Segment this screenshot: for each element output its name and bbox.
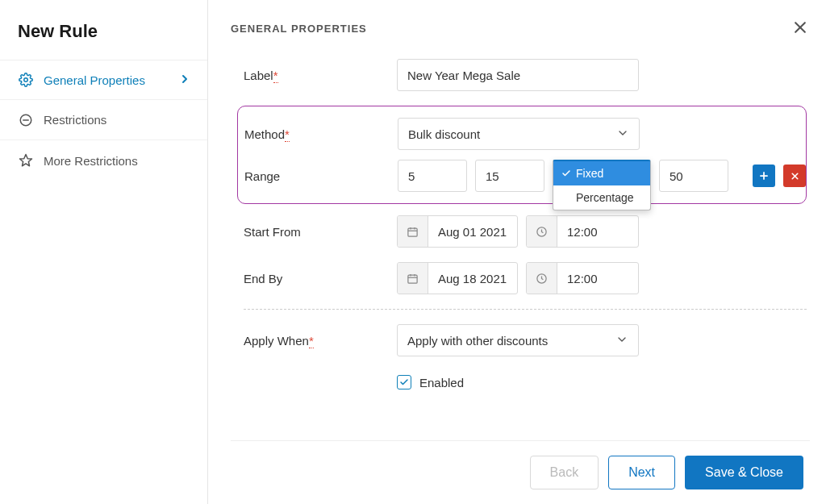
- label-method: Method*: [244, 127, 398, 141]
- enabled-checkbox[interactable]: [397, 375, 411, 389]
- save-close-button[interactable]: Save & Close: [685, 456, 803, 489]
- next-button[interactable]: Next: [608, 456, 675, 489]
- chevron-down-icon: [616, 127, 629, 142]
- row-label: Label*: [244, 59, 807, 91]
- sidebar-item-general-properties[interactable]: General Properties: [0, 60, 207, 100]
- check-icon: [561, 169, 573, 178]
- range-delete-button[interactable]: [783, 165, 806, 187]
- range-type-dropdown: Fixed Percentage: [553, 160, 651, 210]
- section-title: GENERAL PROPERTIES: [231, 23, 810, 35]
- label-apply-when: Apply When*: [244, 334, 397, 348]
- svg-point-0: [24, 78, 28, 82]
- end-date-value: Aug 18 2021: [428, 272, 516, 285]
- clock-icon: [527, 263, 557, 294]
- label-start-from: Start From: [244, 225, 397, 239]
- row-enabled: Enabled: [244, 366, 807, 398]
- calendar-icon: [398, 216, 428, 247]
- end-date-input[interactable]: Aug 18 2021: [397, 262, 518, 294]
- sidebar-item-label: General Properties: [44, 73, 145, 87]
- label-range: Range: [244, 169, 398, 183]
- main-panel: GENERAL PROPERTIES Label* Method* Bulk d…: [208, 0, 826, 504]
- check-icon: [399, 377, 409, 387]
- enabled-label: Enabled: [419, 376, 464, 389]
- chevron-down-icon: [615, 333, 628, 348]
- row-start-from: Start From Aug 01 2021 12:00: [244, 215, 807, 248]
- start-time-value: 12:00: [557, 225, 607, 239]
- divider: [244, 309, 807, 310]
- range-to-input[interactable]: [475, 160, 544, 192]
- range-from-input[interactable]: [398, 160, 467, 192]
- star-icon: [18, 152, 34, 169]
- row-range: Range Fixed: [238, 160, 806, 192]
- svg-marker-3: [20, 155, 32, 166]
- label-end-by: End By: [244, 272, 397, 285]
- method-range-highlight: Method* Bulk discount Range: [237, 106, 807, 204]
- row-end-by: End By Aug 18 2021 12:00: [244, 262, 807, 294]
- close-button[interactable]: [789, 16, 811, 39]
- sidebar-title: New Rule: [0, 15, 207, 60]
- clock-icon: [527, 216, 557, 247]
- sidebar-item-label: More Restrictions: [44, 154, 138, 168]
- chevron-right-icon: [178, 73, 191, 88]
- option-label: Fixed: [576, 167, 603, 180]
- start-date-value: Aug 01 2021: [428, 225, 516, 239]
- label-label: Label*: [244, 69, 397, 82]
- method-select[interactable]: Bulk discount: [398, 118, 640, 150]
- end-time-input[interactable]: 12:00: [526, 262, 639, 294]
- method-select-value: Bulk discount: [408, 127, 480, 141]
- sidebar: New Rule General Properties Restrictions: [0, 0, 208, 504]
- apply-when-value: Apply with other discounts: [407, 334, 548, 348]
- apply-when-select[interactable]: Apply with other discounts: [397, 324, 639, 356]
- range-type-select[interactable]: Fixed Percentage: [553, 160, 651, 192]
- row-method: Method* Bulk discount: [238, 118, 806, 150]
- sidebar-item-label: Restrictions: [44, 113, 106, 127]
- plus-icon: [758, 170, 770, 181]
- calendar-icon: [398, 263, 428, 294]
- close-icon: [792, 19, 808, 35]
- range-type-option-percentage[interactable]: Percentage: [553, 185, 650, 210]
- footer: Back Next Save & Close: [231, 440, 810, 504]
- range-amount-input[interactable]: [659, 160, 728, 192]
- back-button[interactable]: Back: [530, 456, 599, 489]
- start-time-input[interactable]: 12:00: [526, 215, 639, 248]
- sidebar-item-restrictions[interactable]: Restrictions: [0, 100, 207, 140]
- svg-rect-15: [408, 275, 417, 283]
- minus-circle-icon: [18, 112, 34, 128]
- range-type-option-fixed[interactable]: Fixed: [553, 161, 650, 185]
- gear-icon: [18, 72, 34, 88]
- start-date-input[interactable]: Aug 01 2021: [397, 215, 518, 248]
- range-add-button[interactable]: [753, 165, 775, 187]
- sidebar-item-more-restrictions[interactable]: More Restrictions: [0, 140, 207, 181]
- svg-rect-10: [408, 228, 417, 236]
- option-label: Percentage: [576, 191, 634, 204]
- x-icon: [790, 171, 800, 181]
- end-time-value: 12:00: [557, 272, 607, 285]
- row-apply-when: Apply When* Apply with other discounts: [244, 324, 807, 356]
- label-input[interactable]: [397, 59, 639, 91]
